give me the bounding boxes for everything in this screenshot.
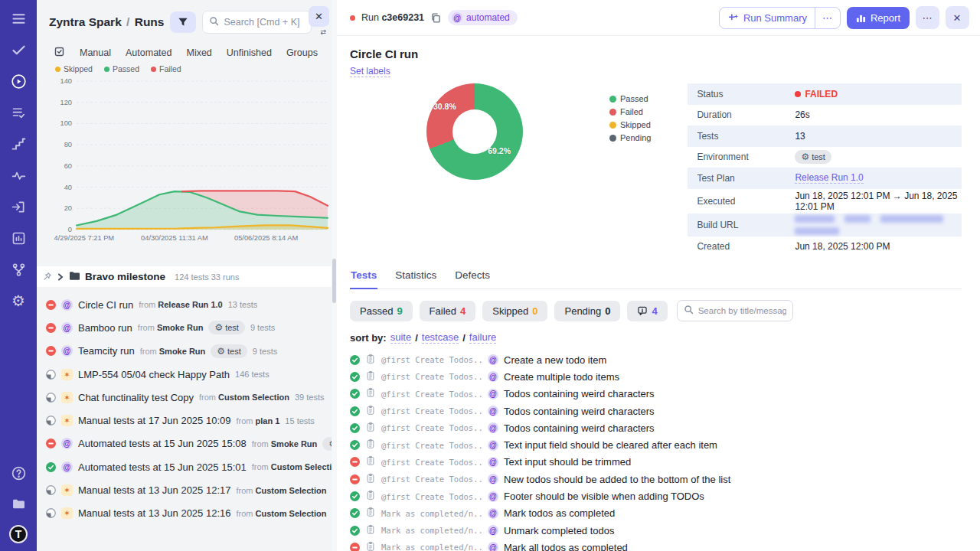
run-list-item[interactable]: @Automated tests at 15 Jun 2025 15:08fro… <box>37 432 332 455</box>
test-title[interactable]: Todos containing weird characters <box>504 388 655 399</box>
test-row[interactable]: @first Create Todos...@New todos should … <box>350 471 962 487</box>
menu-icon[interactable] <box>9 9 28 28</box>
test-title[interactable]: Footer should be visible when adding TOD… <box>504 491 704 502</box>
tab-groups[interactable]: Groups <box>286 47 318 58</box>
import-icon[interactable] <box>9 197 28 216</box>
tab-statistics[interactable]: Statistics <box>394 269 437 289</box>
run-list-item[interactable]: ✶Manual tests at 17 Jun 2025 10:09from p… <box>37 409 332 432</box>
redacted-url[interactable] <box>795 227 839 235</box>
filter-chip-passed[interactable]: Passed9 <box>350 301 413 321</box>
runs-search[interactable] <box>202 11 312 34</box>
test-row[interactable]: @first Create Todos...@Create multiple t… <box>350 368 962 385</box>
comments-chip[interactable]: 4 <box>627 301 667 321</box>
test-row[interactable]: Mark as completed/n...@Mark todos as com… <box>350 505 962 522</box>
suite-name[interactable]: @first Create Todos... <box>381 372 482 381</box>
test-row[interactable]: Mark as completed/n...@Mark all todos as… <box>350 539 962 551</box>
test-row[interactable]: @first Create Todos...@Text input should… <box>350 454 962 471</box>
test-title[interactable]: Text input field should be cleared after… <box>504 439 717 451</box>
test-row[interactable]: @first Create Todos...@Create a new todo… <box>350 351 962 368</box>
runs-search-input[interactable] <box>224 17 305 28</box>
sort-by-testcase[interactable]: testcase <box>422 331 459 344</box>
copy-run-id-button[interactable] <box>430 12 442 24</box>
tab-manual[interactable]: Manual <box>80 47 111 58</box>
redacted-url[interactable] <box>880 215 943 223</box>
test-plan-link[interactable]: Release Run 1.0 <box>795 172 863 184</box>
test-title[interactable]: Mark todos as completed <box>504 507 615 519</box>
run-list-item[interactable]: @Bamboo runfrom Smoke Run⚙test9 tests <box>37 316 332 339</box>
milestone-folder-row[interactable]: Bravo milestone124 tests 33 runs <box>37 266 332 287</box>
projects-icon[interactable] <box>9 494 28 513</box>
run-list-item[interactable]: @Automated tests at 15 Jun 2025 15:01fro… <box>37 455 332 478</box>
tests-search[interactable] <box>677 300 793 321</box>
run-list-item[interactable]: ✶Chat functinality test Copyfrom Custom … <box>37 386 332 409</box>
resize-handle-icon[interactable]: ⇄ <box>320 28 326 36</box>
tests-icon[interactable] <box>9 41 28 59</box>
suite-name[interactable]: Mark as completed/n... <box>381 526 482 535</box>
sort-by-failure[interactable]: failure <box>469 331 496 344</box>
legend-item-failed[interactable]: Failed <box>151 64 181 73</box>
scrollbar-thumb[interactable] <box>332 259 336 303</box>
filter-chip-skipped[interactable]: Skipped0 <box>482 301 547 321</box>
test-title[interactable]: Text input should be trimmed <box>504 456 631 468</box>
test-title[interactable]: Unmark completed todos <box>504 525 615 536</box>
suite-name[interactable]: @first Create Todos... <box>381 492 482 501</box>
test-title[interactable]: Create multiple todo items <box>504 371 619 383</box>
run-list-item[interactable]: @Circle CI runfrom Release Run 1.013 tes… <box>37 293 332 316</box>
more-options-button[interactable]: ⋯ <box>916 6 939 29</box>
legend-item-passed[interactable]: Passed <box>104 64 139 73</box>
test-row[interactable]: @first Create Todos...@Todos containing … <box>350 419 962 436</box>
test-row[interactable]: Mark as completed/n...@Unmark completed … <box>350 522 962 539</box>
help-icon[interactable] <box>9 464 28 482</box>
test-row[interactable]: @first Create Todos...@Todos containing … <box>350 386 962 403</box>
run-list-item[interactable]: @Teamcity runfrom Smoke Run⚙test9 tests <box>37 340 332 363</box>
filter-chip-failed[interactable]: Failed4 <box>420 301 476 321</box>
redacted-url[interactable] <box>795 215 835 223</box>
legend-item-skipped[interactable]: Skipped <box>55 64 93 73</box>
suite-name[interactable]: Mark as completed/n... <box>381 509 482 518</box>
tab-defects[interactable]: Defects <box>454 269 491 289</box>
tab-tests[interactable]: Tests <box>350 269 377 289</box>
test-plans-icon[interactable] <box>9 103 28 122</box>
sort-by-suite[interactable]: suite <box>390 331 411 344</box>
suite-name[interactable]: @first Create Todos... <box>381 406 482 416</box>
report-button[interactable]: Report <box>847 7 910 29</box>
suite-name[interactable]: @first Create Todos... <box>381 474 482 484</box>
donut-legend-skipped[interactable]: Skipped <box>609 120 651 129</box>
settings-icon[interactable]: ⚙ <box>9 292 28 310</box>
run-list-item[interactable]: ✶Manual tests at 13 Jun 2025 12:17from C… <box>37 478 332 501</box>
suite-name[interactable]: @first Create Todos... <box>381 441 482 450</box>
tests-search-input[interactable] <box>698 306 786 315</box>
tab-unfinished[interactable]: Unfinished <box>227 47 272 58</box>
branches-icon[interactable] <box>9 260 28 279</box>
test-row[interactable]: @first Create Todos...@Text input field … <box>350 436 962 453</box>
filter-chip-pending[interactable]: Pending0 <box>554 301 620 321</box>
donut-legend-passed[interactable]: Passed <box>609 94 651 103</box>
test-row[interactable]: @first Create Todos...@Footer should be … <box>350 487 962 504</box>
runs-icon[interactable] <box>9 72 28 90</box>
test-title[interactable]: Mark all todos as completed <box>504 542 628 551</box>
run-list-item[interactable]: ✶Manual tests at 13 Jun 2025 12:16from C… <box>37 502 332 525</box>
app-logo[interactable]: T <box>9 525 28 543</box>
chevron-right-icon[interactable] <box>57 270 64 284</box>
filter-button[interactable] <box>170 11 196 33</box>
milestones-icon[interactable] <box>9 135 28 153</box>
test-row[interactable]: @first Create Todos...@Todos containing … <box>350 403 962 419</box>
tab-automated[interactable]: Automated <box>126 47 172 58</box>
donut-legend-pending[interactable]: Pending <box>609 133 651 142</box>
suite-name[interactable]: @first Create Todos... <box>381 355 482 364</box>
redacted-url[interactable] <box>844 215 871 223</box>
breadcrumb-project[interactable]: Zyntra Spark <box>49 15 122 28</box>
test-title[interactable]: Create a new todo item <box>504 354 606 366</box>
close-panel-button[interactable]: ✕ <box>309 6 329 27</box>
select-all-icon[interactable] <box>54 46 65 60</box>
test-title[interactable]: New todos should be added to the bottom … <box>504 474 730 485</box>
suite-name[interactable]: @first Create Todos... <box>381 423 482 432</box>
test-title[interactable]: Todos containing weird characters <box>504 422 655 434</box>
suite-name[interactable]: Mark as completed/n... <box>381 543 482 551</box>
set-labels-link[interactable]: Set labels <box>350 66 390 77</box>
tab-mixed[interactable]: Mixed <box>186 47 211 58</box>
run-summary-button[interactable]: Run Summary <box>720 8 815 28</box>
run-summary-more-button[interactable]: ⋯ <box>815 8 840 28</box>
close-detail-button[interactable]: ✕ <box>946 6 969 29</box>
donut-legend-failed[interactable]: Failed <box>609 107 651 116</box>
